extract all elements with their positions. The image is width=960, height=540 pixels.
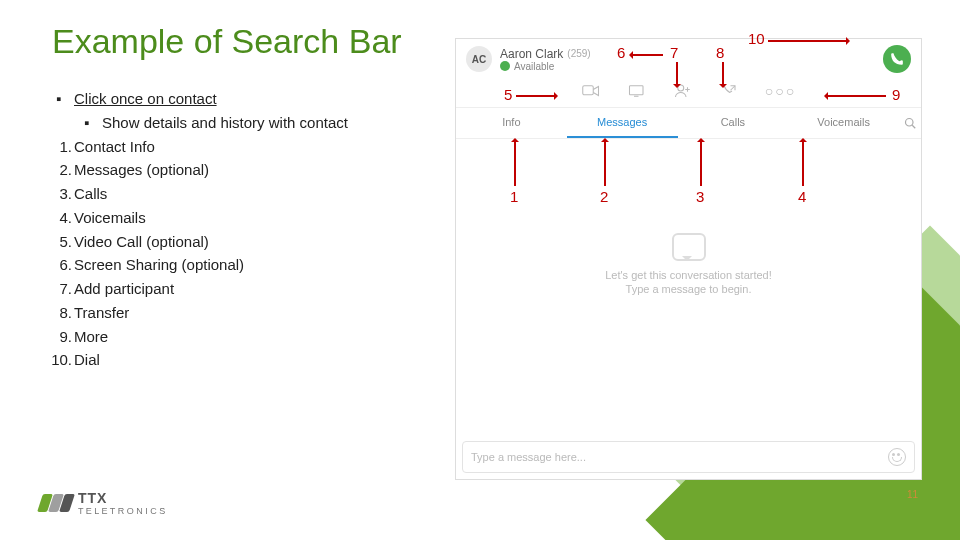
bullet-click-once: Click once on contact	[74, 88, 348, 110]
conversation-area: Let's get this conversation started! Typ…	[456, 139, 921, 389]
arrow-1	[514, 140, 516, 186]
emoji-icon[interactable]	[888, 448, 906, 466]
callout-3: 3	[696, 188, 704, 205]
svg-rect-1	[629, 86, 643, 95]
convo-line-1: Let's get this conversation started!	[605, 269, 772, 281]
li-transfer: Transfer	[74, 302, 348, 324]
convo-line-2: Type a message to begin.	[626, 283, 752, 295]
li-messages: Messages (optional)	[74, 159, 348, 181]
video-call-button[interactable]	[581, 83, 601, 99]
content-bullets: Click once on contact Show details and h…	[52, 88, 348, 373]
presence-dot-icon	[500, 61, 510, 71]
arrow-8	[722, 62, 724, 86]
tab-bar: Info Messages Calls Voicemails	[456, 108, 921, 139]
callout-4: 4	[798, 188, 806, 205]
arrow-6	[631, 54, 663, 56]
li-add-participant: Add participant	[74, 278, 348, 300]
callout-1: 1	[510, 188, 518, 205]
phone-icon	[890, 52, 904, 66]
li-voicemails: Voicemails	[74, 207, 348, 229]
callout-10: 10	[748, 30, 765, 47]
arrow-7	[676, 62, 678, 86]
li-dial: Dial	[74, 349, 348, 371]
callout-2: 2	[600, 188, 608, 205]
arrow-2	[604, 140, 606, 186]
contact-panel: AC Aaron Clark(259) Available ○○○ Info M…	[455, 38, 922, 480]
message-placeholder: Type a message here...	[471, 451, 586, 463]
logo-mark-icon	[40, 494, 72, 512]
arrow-10	[768, 40, 848, 42]
li-more: More	[74, 326, 348, 348]
li-video-call: Video Call (optional)	[74, 231, 348, 253]
callout-9: 9	[892, 86, 900, 103]
li-screen-sharing: Screen Sharing (optional)	[74, 254, 348, 276]
speech-bubble-icon	[672, 233, 706, 261]
callout-5: 5	[504, 86, 512, 103]
screen-share-button[interactable]	[627, 83, 647, 99]
more-button[interactable]: ○○○	[765, 83, 796, 99]
tab-calls[interactable]: Calls	[678, 108, 789, 138]
arrow-4	[802, 140, 804, 186]
search-button[interactable]	[899, 108, 921, 138]
dial-button[interactable]	[883, 45, 911, 73]
contact-name: Aaron Clark	[500, 47, 563, 61]
numbered-list: Contact Info Messages (optional) Calls V…	[52, 136, 348, 372]
message-input[interactable]: Type a message here...	[462, 441, 915, 473]
li-contact-info: Contact Info	[74, 136, 348, 158]
bullet-show-details: Show details and history with contact	[102, 112, 348, 134]
li-calls: Calls	[74, 183, 348, 205]
screen-icon	[628, 83, 646, 99]
page-number: 11	[907, 489, 918, 500]
avatar: AC	[466, 46, 492, 72]
callout-7: 7	[670, 44, 678, 61]
footer-logo: TTX T E L E T R O N I C S	[40, 490, 165, 516]
action-row: ○○○	[456, 77, 921, 108]
search-icon	[904, 117, 916, 129]
arrow-5	[516, 95, 556, 97]
callout-8: 8	[716, 44, 724, 61]
status-text: Available	[514, 61, 554, 72]
tab-messages[interactable]: Messages	[567, 108, 678, 138]
slide-title: Example of Search Bar	[52, 22, 402, 61]
svg-point-3	[906, 119, 914, 127]
video-icon	[582, 83, 600, 99]
svg-rect-0	[583, 86, 594, 95]
brand-text: T E L E T R O N I C S	[78, 506, 165, 516]
arrow-9	[826, 95, 886, 97]
arrow-3	[700, 140, 702, 186]
contact-ext: (259)	[567, 48, 590, 59]
